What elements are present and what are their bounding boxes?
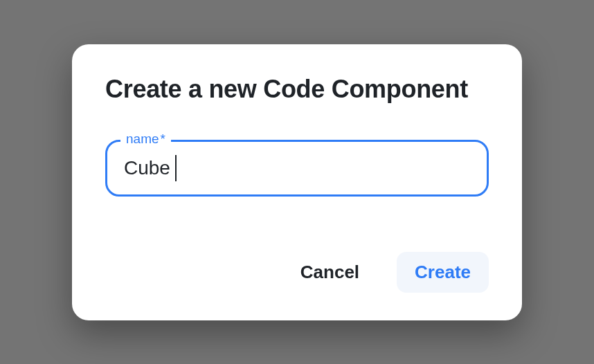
create-button[interactable]: Create <box>397 252 489 293</box>
name-label-text: name <box>126 131 159 146</box>
modal-button-row: Cancel Create <box>105 252 489 293</box>
cancel-button[interactable]: Cancel <box>282 252 377 293</box>
required-asterisk: * <box>161 131 165 146</box>
name-input[interactable] <box>105 140 489 197</box>
create-code-component-modal: Create a new Code Component name* Cancel… <box>72 44 522 320</box>
name-field-label: name* <box>120 131 171 147</box>
name-field-wrapper: name* <box>105 140 489 197</box>
modal-title: Create a new Code Component <box>105 75 489 104</box>
